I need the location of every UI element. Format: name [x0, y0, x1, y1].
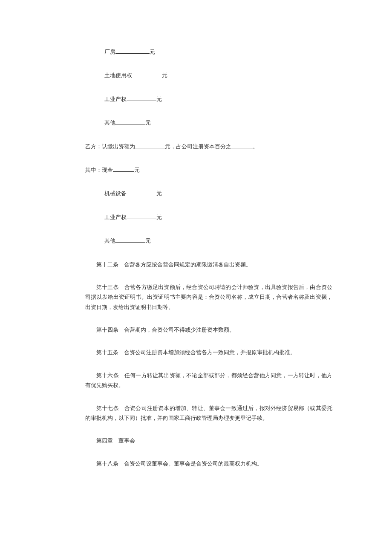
- label-qita1: 其他: [104, 119, 115, 126]
- blank-qita1: [115, 119, 145, 124]
- article-12: 第十二条 合营各方应按合营合同规定的期限缴清各自出资额。: [55, 260, 337, 269]
- blank-changfang: [115, 48, 150, 54]
- field-changfang: 厂房元: [55, 47, 337, 57]
- article-14: 第十四条 合营期内，合资公司不得减少注册资本数额。: [55, 325, 337, 335]
- field-xianjin: 其中：现金元: [55, 165, 337, 175]
- blank-jixie: [127, 190, 156, 195]
- unit-xianjin: 元: [134, 167, 140, 173]
- label-jixie: 机械设备: [104, 190, 127, 197]
- blank-yifang1: [135, 143, 165, 148]
- article-16: 第十六条 任何一方转让其出资额，不论全部或部分，都须经合营他方同意，一方转让时，…: [55, 370, 337, 390]
- blank-qita2: [115, 237, 145, 243]
- blank-yifang2: [231, 143, 253, 148]
- field-jixie: 机械设备元: [55, 188, 337, 198]
- label-gongye1: 工业产权: [104, 96, 127, 102]
- field-qita2: 其他元: [55, 236, 337, 246]
- blank-tudi: [132, 72, 162, 77]
- chapter-4-heading: 第四章 董事会: [55, 436, 337, 445]
- field-qita1: 其他元: [55, 118, 337, 127]
- unit-qita2: 元: [145, 237, 151, 244]
- label-tudi: 土地使用权: [104, 72, 132, 78]
- article-17: 第十七条 合资公司注册资本的增加、转让、董事会一致通过后，报对外经济贸易部（或其…: [55, 403, 337, 423]
- field-yifang: 乙方：认缴出资额为元，占公司注册资本百分之。: [55, 142, 337, 151]
- label-yifang-suffix: 。: [253, 143, 258, 150]
- field-tudi: 土地使用权元: [55, 70, 337, 80]
- unit-gongye2: 元: [156, 214, 162, 220]
- blank-xianjin: [113, 166, 134, 172]
- unit-jixie: 元: [156, 190, 162, 197]
- blank-gongye1: [127, 95, 156, 101]
- label-yifang-prefix: 乙方：认缴出资额为: [85, 143, 135, 150]
- article-13: 第十三条 合营各方缴足出资额后，经合资公司聘请的会计师验资，出具验资报告后，由合…: [55, 282, 337, 312]
- label-gongye2: 工业产权: [104, 214, 127, 220]
- unit-qita1: 元: [145, 119, 151, 126]
- unit-tudi: 元: [162, 72, 167, 78]
- field-gongye2: 工业产权元: [55, 212, 337, 222]
- article-18: 第十八条 合资公司设董事会。董事会是合资公司的最高权力机构。: [55, 459, 337, 468]
- blank-gongye2: [127, 214, 156, 219]
- label-qita2: 其他: [104, 237, 115, 244]
- field-gongye1: 工业产权元: [55, 94, 337, 104]
- unit-changfang: 元: [150, 49, 155, 55]
- label-changfang: 厂房: [104, 49, 115, 55]
- label-xianjin: 其中：现金: [85, 167, 113, 173]
- unit-gongye1: 元: [156, 96, 162, 102]
- article-15: 第十五条 合资公司注册资本增加须经合营各方一致同意，并报原审批机构批准。: [55, 347, 337, 357]
- label-yifang-mid: 元，占公司注册资本百分之: [165, 143, 231, 150]
